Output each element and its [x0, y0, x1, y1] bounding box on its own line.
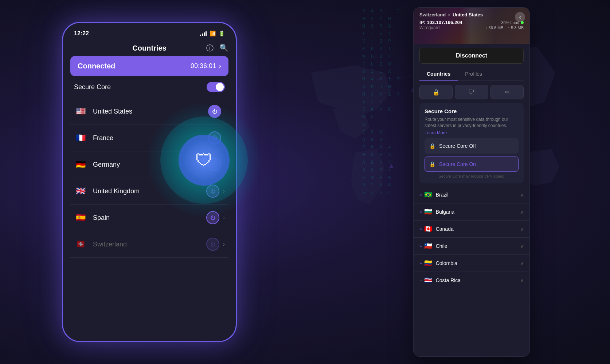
country-costarica: Costa Rica: [436, 277, 520, 283]
connected-time: 00:36:01 ›: [191, 62, 221, 70]
country-canada: Canada: [436, 226, 520, 232]
phone-status-bar: 12:22 📶 🔋: [63, 23, 236, 40]
expand-icon-costarica: ∨: [520, 277, 524, 283]
country-name-us: United States: [93, 108, 208, 115]
desktop-country-canada[interactable]: » 🇨🇦 Canada ∨: [414, 221, 529, 238]
filter-row: 🔒 🛡 ✏: [419, 85, 524, 99]
power-btn-de[interactable]: ⏻: [208, 158, 221, 171]
phone-header: Countries ⓘ 🔍: [63, 40, 236, 56]
battery-icon: 🔋: [219, 31, 225, 36]
disconnect-button[interactable]: Disconnect: [419, 48, 524, 64]
secure-core-learn-more[interactable]: Learn More: [425, 130, 519, 135]
desktop-country-chile[interactable]: » 🇨🇱 Chile ∨: [414, 238, 529, 255]
chevron-left-icon-cr: »: [419, 278, 422, 283]
chevron-uk: ›: [223, 188, 225, 194]
flag-uk: 🇬🇧: [74, 186, 87, 196]
secure-core-toggle[interactable]: [207, 82, 225, 92]
panel-stats: ↓ 36.6 MB ↑ 5.3 MB: [485, 25, 524, 30]
breadcrumb-to: United States: [453, 12, 483, 17]
panel-header-content: Switzerland » United States IP: 103.107.…: [419, 12, 524, 30]
panel-protocol: Wireguard: [419, 25, 439, 30]
load-dot: [521, 21, 524, 24]
connected-banner[interactable]: Connected 00:36:01 ›: [70, 56, 228, 76]
phone-header-icons: ⓘ 🔍: [206, 43, 228, 53]
panel-ip: IP: 103.107.196.204: [419, 20, 462, 25]
filter-btn-shield[interactable]: 🛡: [455, 85, 488, 99]
flag-colombia: 🇨🇴: [424, 259, 432, 267]
expand-icon-brazil: ∨: [520, 192, 524, 198]
power-btn-uk[interactable]: ⏻: [206, 185, 219, 198]
flag-costarica: 🇨🇷: [424, 276, 432, 284]
upload-stat: ↑ 5.3 MB: [508, 25, 524, 30]
connected-status: Connected: [78, 62, 115, 70]
desktop-country-colombia[interactable]: » 🇨🇴 Colombia ∨: [414, 255, 529, 272]
flag-es: 🇪🇸: [74, 213, 87, 222]
tab-countries[interactable]: Countries: [419, 67, 458, 80]
expand-icon-chile: ∨: [520, 243, 524, 249]
country-name-ch: Switzerland: [93, 241, 206, 248]
chevron-left-icon: »: [419, 192, 422, 197]
country-brazil: Brazil: [436, 192, 520, 198]
chevron-es: ›: [223, 214, 225, 221]
search-icon[interactable]: 🔍: [219, 43, 228, 53]
secure-core-label: Secure Core: [74, 83, 111, 91]
filter-btn-lock[interactable]: 🔒: [419, 85, 453, 99]
secure-core-on-option[interactable]: 🔒 Secure Core On: [425, 157, 519, 172]
phone-title: Countries: [132, 44, 166, 52]
country-item-uk[interactable]: 🇬🇧 United Kingdom ⏻ ›: [70, 178, 228, 205]
country-item-us[interactable]: 🇺🇸 United States ⏻: [70, 98, 228, 125]
secure-core-title: Secure Core: [425, 108, 519, 114]
flag-bulgaria: 🇧🇬: [424, 208, 432, 216]
panel-load: 30% Load: [501, 20, 524, 25]
expand-icon-bulgaria: ∨: [520, 209, 524, 215]
chevron-right-icon: ›: [219, 62, 221, 70]
power-btn-ch[interactable]: ⏻: [206, 238, 219, 251]
country-item-de[interactable]: 🇩🇪 Germany ⏻: [70, 151, 228, 178]
country-name-fr: France: [93, 134, 208, 142]
download-stat: ↓ 36.6 MB: [485, 25, 504, 30]
tab-profiles[interactable]: Profiles: [458, 67, 489, 80]
country-bulgaria: Bulgaria: [436, 209, 520, 215]
secure-core-off-option[interactable]: 🔒 Secure Core Off: [425, 138, 519, 154]
phone-status-icons: 📶 🔋: [200, 31, 225, 36]
breadcrumb-from: Switzerland: [419, 12, 446, 17]
flag-ch: 🇨🇭: [74, 240, 87, 249]
flag-us: 🇺🇸: [74, 107, 87, 116]
flag-chile: 🇨🇱: [424, 242, 432, 250]
power-btn-us[interactable]: ⏻: [208, 105, 221, 118]
desktop-country-bulgaria[interactable]: » 🇧🇬 Bulgaria ∨: [414, 203, 529, 221]
chevron-ch: ›: [223, 241, 225, 248]
toggle-knob: [216, 83, 224, 91]
country-chile: Chile: [436, 243, 520, 249]
expand-icon-canada: ∨: [520, 226, 524, 232]
country-item-ch[interactable]: 🇨🇭 Switzerland ⏻ ›: [70, 231, 228, 258]
country-name-es: Spain: [93, 214, 206, 222]
wifi-icon: 📶: [210, 31, 216, 36]
phone-mockup: 12:22 📶 🔋 Countries ⓘ 🔍 Connected 00:36:…: [62, 22, 237, 342]
chevron-left-icon-ca: »: [419, 226, 422, 232]
country-list: 🇺🇸 United States ⏻ 🇫🇷 France ⏻ 🇩🇪 German…: [63, 98, 236, 258]
country-item-es[interactable]: 🇪🇸 Spain ⏻ ›: [70, 205, 228, 231]
filter-btn-edit[interactable]: ✏: [490, 85, 524, 99]
country-name-de: Germany: [93, 161, 208, 169]
country-item-fr[interactable]: 🇫🇷 France ⏻: [70, 125, 228, 151]
secure-core-panel: Secure Core Route your most sensitive da…: [419, 103, 524, 183]
breadcrumb: Switzerland » United States: [419, 12, 524, 17]
lock-icon: 🔒: [429, 143, 435, 149]
signal-icon: [200, 31, 207, 36]
panel-header: Switzerland » United States IP: 103.107.…: [414, 8, 529, 44]
flag-brazil: 🇧🇷: [424, 191, 432, 199]
secure-core-on-label: Secure Core On: [439, 161, 476, 167]
flag-de: 🇩🇪: [74, 160, 87, 169]
power-btn-fr[interactable]: ⏻: [208, 131, 221, 145]
power-btn-es[interactable]: ⏻: [206, 211, 219, 224]
panel-tabs: Countries Profiles: [419, 67, 524, 81]
secure-core-off-label: Secure Core Off: [439, 143, 476, 149]
panel-protocol-row: Wireguard ↓ 36.6 MB ↑ 5.3 MB: [419, 25, 524, 30]
panel-info-row: IP: 103.107.196.204 30% Load: [419, 20, 524, 25]
desktop-country-costarica[interactable]: » 🇨🇷 Costa Rica ∨: [414, 272, 529, 289]
info-icon[interactable]: ⓘ: [206, 43, 214, 53]
desktop-country-brazil[interactable]: » 🇧🇷 Brazil ∨: [414, 186, 529, 203]
desktop-country-list: » 🇧🇷 Brazil ∨ » 🇧🇬 Bulgaria ∨ » 🇨🇦 Canad…: [414, 186, 529, 289]
chevron-left-icon-cl: »: [419, 244, 422, 249]
